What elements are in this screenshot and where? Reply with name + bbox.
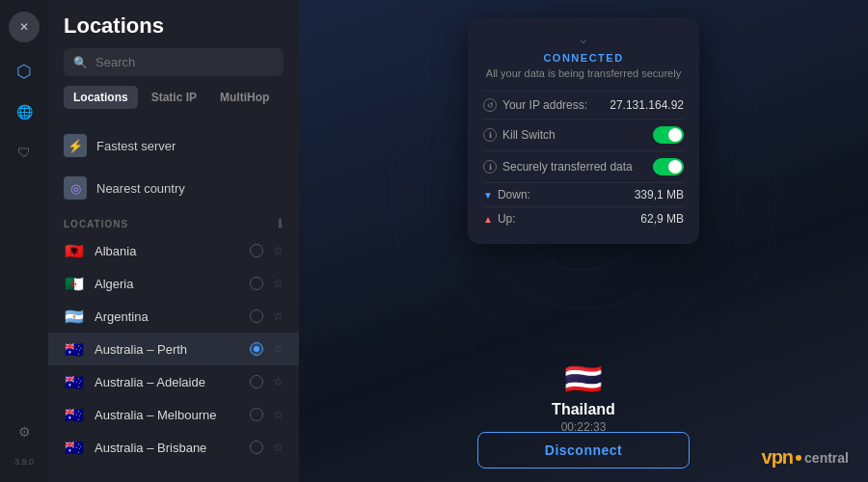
search-input[interactable]	[95, 55, 274, 69]
ip-label: ↺ Your IP address:	[483, 98, 587, 112]
secure-data-text: Securely transferred data	[502, 160, 633, 174]
up-label: ▲ Up:	[483, 212, 516, 226]
ip-icon: ↺	[483, 98, 497, 112]
connected-status: CONNECTED	[483, 52, 684, 64]
australia-adelaide-star[interactable]: ☆	[273, 375, 284, 388]
country-flag: 🇹🇭	[552, 361, 615, 397]
close-button[interactable]: ✕	[9, 12, 40, 42]
algeria-name: Algeria	[95, 277, 240, 291]
kill-switch-toggle[interactable]	[653, 126, 684, 144]
nearest-country-label: Nearest country	[96, 181, 185, 196]
disconnect-button[interactable]: Disconnect	[477, 432, 690, 469]
location-australia-perth[interactable]: 🇦🇺 Australia – Perth ☆	[48, 333, 299, 365]
nearest-country-icon: ◎	[64, 176, 87, 200]
locations-panel: Locations 🔍 Locations Static IP MultiHop…	[48, 0, 299, 482]
panel-header: Locations 🔍 Locations Static IP MultiHop	[48, 0, 299, 120]
down-label: ▼ Down:	[483, 188, 530, 201]
ip-value: 27.131.164.92	[610, 98, 684, 112]
tab-locations[interactable]: Locations	[64, 86, 138, 109]
fastest-server-item[interactable]: ⚡ Fastest server	[48, 124, 299, 167]
country-name: Thailand	[552, 401, 615, 418]
albania-flag: 🇦🇱	[64, 243, 85, 258]
kill-switch-text: Kill Switch	[502, 128, 556, 142]
location-australia-adelaide[interactable]: 🇦🇺 Australia – Adelaide ☆	[48, 365, 299, 398]
albania-name: Albania	[95, 244, 240, 258]
search-box[interactable]: 🔍	[64, 48, 284, 76]
brand-dot-icon	[796, 455, 801, 461]
sidebar: ✕ ⬡ 🌐 🛡 ⚙ 3.9.0	[0, 0, 48, 482]
argentina-name: Argentina	[95, 309, 240, 324]
australia-adelaide-radio	[250, 375, 263, 388]
connected-subtitle: All your data is being transferred secur…	[483, 67, 684, 79]
info-icon: ℹ	[278, 217, 284, 230]
australia-melbourne-name: Australia – Melbourne	[95, 408, 240, 422]
right-panel: ⌄ CONNECTED All your data is being trans…	[299, 0, 868, 482]
australia-perth-star[interactable]: ☆	[273, 342, 284, 356]
australia-perth-radio	[250, 342, 263, 356]
australia-brisbane-flag: 🇦🇺	[64, 440, 85, 455]
up-label-text: Up:	[498, 212, 516, 226]
country-display: 🇹🇭 Thailand 00:22:33	[552, 361, 615, 434]
algeria-radio	[250, 277, 263, 290]
tabs-row: Locations Static IP MultiHop	[64, 86, 284, 109]
australia-perth-flag: 🇦🇺	[64, 341, 85, 357]
location-albania[interactable]: 🇦🇱 Albania ☆	[48, 234, 299, 267]
shield-nav-icon[interactable]: 🛡	[9, 137, 40, 168]
down-arrow-icon: ▼	[483, 190, 493, 201]
nearest-country-item[interactable]: ◎ Nearest country	[48, 167, 299, 209]
up-row: ▲ Up: 62,9 MB	[483, 206, 684, 230]
locations-section-header: LOCATIONS ℹ	[48, 209, 299, 234]
fastest-server-label: Fastest server	[96, 139, 176, 153]
tab-multihop[interactable]: MultiHop	[210, 86, 279, 109]
kill-switch-icon: ℹ	[483, 128, 497, 142]
panel-title: Locations	[64, 13, 284, 39]
kill-switch-row: ℹ Kill Switch	[483, 119, 684, 150]
location-argentina[interactable]: 🇦🇷 Argentina ☆	[48, 300, 299, 333]
tab-static-ip[interactable]: Static IP	[142, 86, 206, 109]
ip-label-text: Your IP address:	[502, 98, 587, 112]
up-arrow-icon: ▲	[483, 214, 493, 225]
australia-adelaide-flag: 🇦🇺	[64, 374, 85, 389]
down-label-text: Down:	[498, 188, 530, 201]
location-algeria[interactable]: 🇩🇿 Algeria ☆	[48, 267, 299, 300]
fastest-server-icon: ⚡	[64, 134, 87, 157]
secure-data-label: ℹ Securely transferred data	[483, 160, 633, 174]
brand-vpn-text: vpn	[762, 446, 794, 469]
down-value: 339,1 MB	[635, 188, 684, 201]
australia-adelaide-name: Australia – Adelaide	[95, 375, 240, 389]
albania-radio	[250, 244, 263, 257]
algeria-star[interactable]: ☆	[273, 277, 284, 290]
app-version: 3.9.0	[14, 457, 34, 470]
secure-data-row: ℹ Securely transferred data	[483, 150, 684, 182]
location-australia-brisbane[interactable]: 🇦🇺 Australia – Brisbane ☆	[48, 431, 299, 464]
down-row: ▼ Down: 339,1 MB	[483, 182, 684, 206]
argentina-star[interactable]: ☆	[273, 309, 284, 323]
up-value: 62,9 MB	[640, 212, 684, 226]
ip-row: ↺ Your IP address: 27.131.164.92	[483, 91, 684, 119]
australia-perth-name: Australia – Perth	[95, 342, 240, 357]
settings-nav-icon[interactable]: ⚙	[9, 416, 40, 447]
australia-melbourne-radio	[250, 408, 263, 421]
australia-melbourne-flag: 🇦🇺	[64, 407, 85, 422]
branding: vpn central	[762, 446, 849, 469]
australia-melbourne-star[interactable]: ☆	[273, 408, 284, 421]
locations-list: ⚡ Fastest server ◎ Nearest country LOCAT…	[48, 120, 299, 482]
card-chevron-icon: ⌄	[483, 31, 684, 46]
australia-brisbane-radio	[250, 441, 263, 454]
location-australia-melbourne[interactable]: 🇦🇺 Australia – Melbourne ☆	[48, 398, 299, 431]
australia-brisbane-star[interactable]: ☆	[273, 441, 284, 454]
secure-data-icon: ℹ	[483, 160, 497, 174]
albania-star[interactable]: ☆	[273, 244, 284, 257]
secure-data-toggle[interactable]	[653, 158, 684, 175]
search-icon: 🔍	[73, 56, 88, 69]
globe-nav-icon[interactable]: 🌐	[9, 96, 40, 127]
argentina-flag: 🇦🇷	[64, 308, 85, 324]
section-label: LOCATIONS	[64, 219, 128, 229]
algeria-flag: 🇩🇿	[64, 276, 85, 291]
brand-central-text: central	[804, 450, 849, 466]
argentina-radio	[250, 309, 263, 323]
kill-switch-label: ℹ Kill Switch	[483, 128, 556, 142]
australia-brisbane-name: Australia – Brisbane	[95, 441, 240, 455]
connected-card: ⌄ CONNECTED All your data is being trans…	[468, 17, 699, 244]
app-container: ✕ ⬡ 🌐 🛡 ⚙ 3.9.0 Locations 🔍 Locations St…	[0, 0, 868, 482]
